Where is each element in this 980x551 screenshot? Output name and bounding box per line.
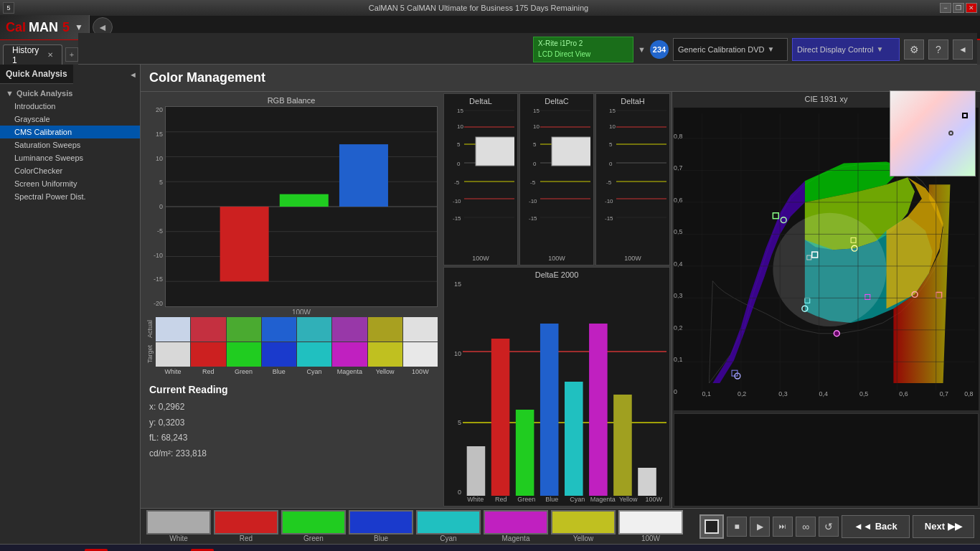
colorimeter-select[interactable]: X-Rite i1Pro 2 LCD Direct View <box>533 37 633 62</box>
sidebar-section-quick-analysis: ▼ Quick Analysis Introduction Grayscale … <box>0 84 140 206</box>
color-button-white[interactable]: White <box>146 510 211 542</box>
sidebar-item-label: ColorChecker <box>14 166 62 175</box>
svg-text:-5: -5 <box>530 179 536 186</box>
swatch-target-yellow[interactable] <box>368 342 402 367</box>
taskbar-palette-button[interactable]: 🎨 <box>109 546 135 552</box>
tab-history1[interactable]: History 1 ✕ <box>3 44 62 65</box>
deltae-bar-white <box>467 446 486 496</box>
help-button[interactable]: ? <box>928 39 948 60</box>
control-select[interactable]: Direct Display Control ▼ <box>792 38 900 61</box>
display-button[interactable] <box>699 514 724 539</box>
delta-c-chart: DeltaC 15 10 5 0 -5 -10 -15 <box>519 93 594 265</box>
actual-label: Actual <box>145 319 155 339</box>
sidebar-item-spectral-power-dist[interactable]: Spectral Power Dist. <box>0 190 140 203</box>
logo[interactable]: CalMAN5 ▼ <box>0 15 90 39</box>
sidebar-header: Quick Analysis <box>0 65 73 84</box>
tab-label: History 1 <box>12 45 43 65</box>
logo-man: MAN <box>29 20 58 35</box>
swatch-actual-cyan[interactable] <box>297 317 331 342</box>
sidebar-right-button[interactable]: ◄ <box>953 39 973 60</box>
swatch-actual-100w[interactable] <box>403 317 438 342</box>
color-swatch-blue <box>349 510 413 534</box>
stop-button[interactable]: ■ <box>727 517 747 537</box>
settings-button[interactable]: ⚙ <box>904 39 924 60</box>
sidebar-section-header-quick-analysis[interactable]: ▼ Quick Analysis <box>0 87 140 100</box>
svg-text:10: 10 <box>457 123 463 130</box>
add-tab-button[interactable]: + <box>65 47 79 62</box>
refresh-button[interactable]: ↺ <box>819 517 839 537</box>
svg-point-60 <box>773 213 886 326</box>
swatch-actual-white[interactable] <box>156 317 190 342</box>
swatch-target-magenta[interactable] <box>332 342 367 367</box>
colorimeter-dropdown-icon[interactable]: ▼ <box>638 45 646 54</box>
logo-dropdown-icon[interactable]: ▼ <box>75 22 83 32</box>
taskbar-explorer-button[interactable]: 📁 <box>57 546 83 552</box>
taskbar-lenovo-button[interactable]: L <box>85 549 108 552</box>
step-forward-button[interactable]: ⏭ <box>773 517 793 537</box>
play-button[interactable]: ▶ <box>750 517 770 537</box>
sidebar-item-cms-calibration[interactable]: CMS Calibration <box>0 126 140 138</box>
svg-text:-5: -5 <box>454 179 460 186</box>
start-button[interactable]: ⊞ <box>3 546 29 552</box>
taskbar-ie-button[interactable]: 🌐 <box>30 546 56 552</box>
cie-green-target <box>773 213 778 219</box>
color-button-blue[interactable]: Blue <box>349 510 413 542</box>
delta-charts-row: DeltaL 15 10 5 0 -5 -10 -15 <box>443 93 670 265</box>
color-button-magenta[interactable]: Magenta <box>484 510 548 542</box>
control-dropdown-icon[interactable]: ▼ <box>876 45 883 53</box>
tab-close-icon[interactable]: ✕ <box>47 51 53 59</box>
page-title: Color Management <box>141 65 980 92</box>
sidebar-collapse-button[interactable]: ◄ <box>126 67 140 82</box>
back-button[interactable]: ◄◄ Back <box>842 515 910 538</box>
window-title: CalMAN 5 CalMAN Ultimate for Business 17… <box>17 4 940 12</box>
swatch-target-100w[interactable] <box>403 342 438 367</box>
loop-button[interactable]: ∞ <box>796 517 816 537</box>
delta-h-chart: DeltaH 15 10 5 0 -5 -10 -15 <box>595 93 670 265</box>
swatch-label-blue: Blue <box>262 368 296 375</box>
sidebar-item-screen-uniformity[interactable]: Screen Uniformity <box>0 177 140 190</box>
swatch-actual-green[interactable] <box>227 317 261 342</box>
color-button-yellow[interactable]: Yellow <box>551 510 616 542</box>
taskbar-chart-button[interactable]: 📊 <box>136 546 162 552</box>
swatch-actual-blue[interactable] <box>262 317 296 342</box>
source-select[interactable]: Generic Calibration DVD ▼ <box>673 38 788 61</box>
svg-text:-10: -10 <box>605 198 613 204</box>
color-button-red[interactable]: Red <box>214 510 278 542</box>
swatch-label-red: Red <box>191 368 225 375</box>
svg-text:15: 15 <box>457 108 463 114</box>
swatch-actual-magenta[interactable] <box>332 317 367 342</box>
swatch-target-cyan[interactable] <box>297 342 331 367</box>
taskbar-calman-app-button[interactable]: C <box>191 549 214 552</box>
minimize-button[interactable]: − <box>940 3 951 13</box>
close-button[interactable]: ✕ <box>966 3 977 13</box>
sidebar-item-luminance-sweeps[interactable]: Luminance Sweeps <box>0 151 140 164</box>
taskbar-display-button[interactable]: 🖥 <box>164 546 189 552</box>
color-button-cyan[interactable]: Cyan <box>416 510 481 542</box>
deltae-svg <box>463 281 666 496</box>
sidebar-item-saturation-sweeps[interactable]: Saturation Sweeps <box>0 138 140 151</box>
color-button-100w[interactable]: 100W <box>618 510 683 542</box>
svg-text:15: 15 <box>609 108 616 114</box>
svg-text:0,3: 0,3 <box>778 390 787 397</box>
svg-text:5: 5 <box>457 141 461 148</box>
color-button-green[interactable]: Green <box>281 510 346 542</box>
source-dropdown-icon[interactable]: ▼ <box>767 45 774 53</box>
bottom-toolbar: White Red Green Blue Cyan Magenta <box>141 508 980 544</box>
swatch-target-blue[interactable] <box>262 342 296 367</box>
svg-text:0: 0 <box>609 161 613 167</box>
restore-button[interactable]: ❐ <box>953 3 964 13</box>
sidebar-item-grayscale[interactable]: Grayscale <box>0 113 140 126</box>
swatch-actual-yellow[interactable] <box>368 317 402 342</box>
delta-h-svg: 15 10 5 0 -5 -10 -15 <box>599 107 666 253</box>
swatch-target-white[interactable] <box>156 342 190 367</box>
sidebar-item-introduction[interactable]: Introduction <box>0 100 140 113</box>
deltae-y-15: 15 <box>454 281 461 288</box>
deltae-bar-100w <box>638 468 656 496</box>
swatch-target-green[interactable] <box>227 342 261 367</box>
next-button[interactable]: Next ▶▶ <box>913 515 974 538</box>
swatch-actual-red[interactable] <box>191 317 225 342</box>
rgb-chart-svg <box>166 107 437 306</box>
swatch-target-red[interactable] <box>191 342 225 367</box>
sidebar-item-colorchecker[interactable]: ColorChecker <box>0 164 140 177</box>
taskbar: ⊞ 🌐 📁 L 🎨 📊 🖥 C 🌐 🔊 🔋 17:23 18.07.2014 <box>0 544 980 551</box>
